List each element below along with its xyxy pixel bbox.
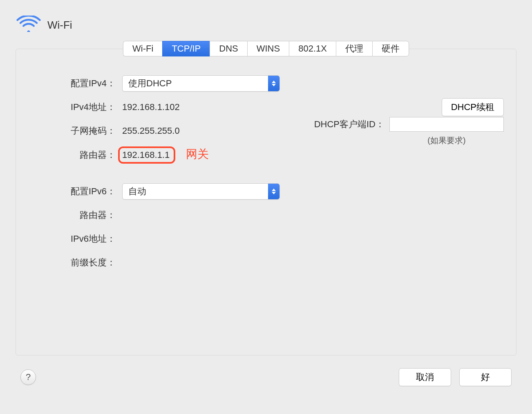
ipv4-config-value: 使用DHCP: [128, 77, 172, 90]
ipv6-config-select[interactable]: 自动: [122, 183, 280, 200]
dhcp-client-id-row: DHCP客户端ID：: [314, 117, 504, 132]
ipv6-address-label: IPv6地址：: [28, 233, 122, 245]
ipv6-config-label: 配置IPv6：: [28, 185, 122, 198]
router-highlight-annotation: 192.168.1.1: [118, 146, 175, 164]
dhcp-client-id-label: DHCP客户端ID：: [314, 118, 384, 130]
cancel-button[interactable]: 取消: [399, 368, 451, 386]
ipv4-address-label: IPv4地址：: [28, 101, 122, 113]
dhcp-client-id-hint: (如果要求): [389, 135, 504, 146]
ipv4-router-value: 192.168.1.1: [122, 150, 170, 160]
ipv6-config-value: 自动: [128, 185, 146, 198]
tab-8021x[interactable]: 802.1X: [289, 41, 336, 56]
subnet-mask-label: 子网掩码：: [28, 125, 122, 137]
ipv6-prefix-label: 前缀长度：: [28, 256, 122, 269]
tabs-bar: Wi-Fi TCP/IP DNS WINS 802.1X 代理 硬件: [0, 41, 532, 56]
settings-panel: 配置IPv4： 使用DHCP IPv4地址： 192.168.1.102 DHC…: [16, 49, 516, 356]
tab-tcpip[interactable]: TCP/IP: [162, 41, 210, 56]
ipv4-config-select[interactable]: 使用DHCP: [122, 75, 280, 92]
tab-proxy[interactable]: 代理: [336, 41, 372, 56]
chevron-updown-icon: [268, 184, 279, 199]
tab-wins[interactable]: WINS: [247, 41, 289, 56]
ok-button[interactable]: 好: [459, 368, 512, 386]
subnet-mask-value: 255.255.255.0: [122, 126, 180, 136]
dhcp-client-id-input[interactable]: [389, 117, 504, 132]
ipv4-router-label: 路由器：: [28, 149, 122, 161]
wifi-icon: [16, 16, 41, 34]
question-icon: ?: [26, 372, 31, 382]
tab-hardware[interactable]: 硬件: [372, 41, 409, 56]
gateway-annotation-text: 网关: [186, 148, 209, 160]
page-title: Wi-Fi: [47, 19, 72, 32]
window-header: Wi-Fi: [0, 0, 532, 41]
tab-dns[interactable]: DNS: [210, 41, 247, 56]
chevron-updown-icon: [268, 76, 279, 91]
ipv4-address-value: 192.168.1.102: [122, 102, 180, 112]
dhcp-renew-button[interactable]: DHCP续租: [442, 98, 504, 116]
help-button[interactable]: ?: [20, 369, 36, 385]
ipv4-config-label: 配置IPv4：: [28, 77, 122, 90]
tab-wifi[interactable]: Wi-Fi: [123, 41, 162, 56]
ipv6-router-label: 路由器：: [28, 209, 122, 221]
footer-bar: ? 取消 好: [0, 368, 532, 386]
